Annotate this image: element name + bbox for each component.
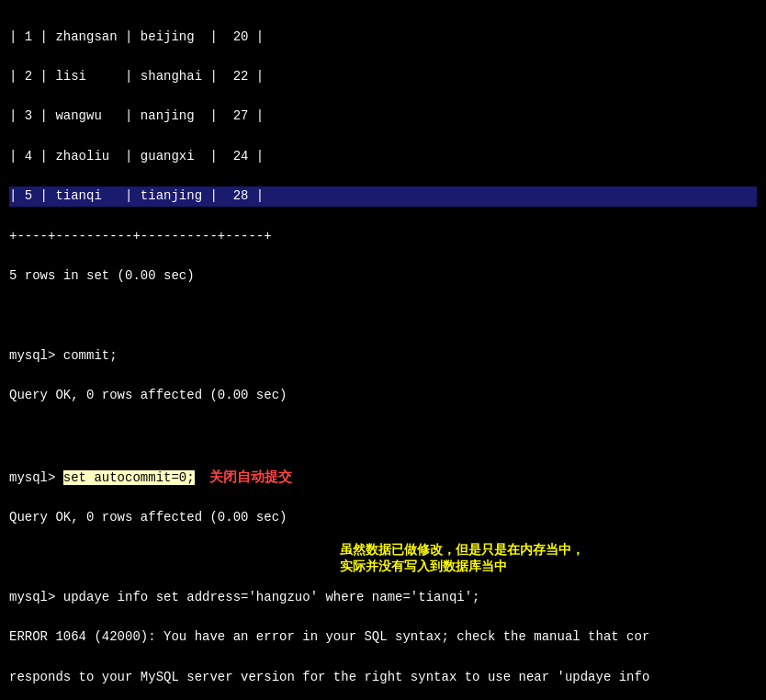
commit-cmd: mysql> commit; <box>9 346 757 367</box>
commit-result: Query OK, 0 rows affected (0.00 sec) <box>9 386 757 406</box>
table-row-2: | 2 | lisi | shanghai | 22 | <box>9 67 757 87</box>
blank-2 <box>9 425 757 446</box>
table-row-4: | 4 | zhaoliu | guangxi | 24 | <box>9 147 757 167</box>
autocommit-line: mysql> set autocommit=0; 关闭自动提交 <box>9 466 757 489</box>
table-row-1: | 1 | zhangsan | beijing | 20 | <box>9 28 757 48</box>
table-border: +----+----------+----------+-----+ <box>9 227 757 247</box>
blank-1 <box>9 306 757 326</box>
table-row-3: | 3 | wangwu | nanjing | 27 | <box>9 107 757 127</box>
autocommit-cmd: set autocommit=0; <box>63 470 195 485</box>
annotation-memory-line1: 虽然数据已做修改，但是只是在内存当中， <box>340 542 584 559</box>
error-line-1: ERROR 1064 (42000): You have an error in… <box>9 627 757 648</box>
autocommit-result: Query OK, 0 rows affected (0.00 sec) <box>9 508 757 528</box>
terminal: | 1 | zhangsan | beijing | 20 | | 2 | li… <box>0 0 766 700</box>
error-line-2: responds to your MySQL server version fo… <box>9 668 757 688</box>
table-row-5-highlight: | 5 | tianqi | tianjing | 28 | <box>9 186 757 207</box>
annotation-autocommit: 关闭自动提交 <box>209 469 292 484</box>
rows-info-1: 5 rows in set (0.00 sec) <box>9 266 757 287</box>
annotation-memory-block: 虽然数据已做修改，但是只是在内存当中， 实际并没有写入到数据库当中 <box>340 542 584 575</box>
annotation-memory-line2: 实际并没有写入到数据库当中 <box>340 559 584 575</box>
error-cmd-line: mysql> updaye info set address='hangzuo'… <box>9 588 757 608</box>
